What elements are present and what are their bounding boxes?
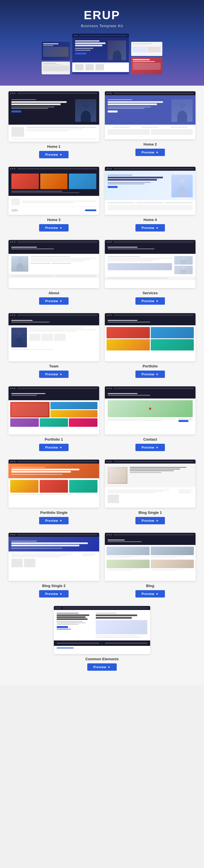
blog-hero [105,537,196,545]
common-content [54,610,150,641]
home3-hero [8,171,99,196]
preview-btn-blog[interactable]: Preview ▼ [135,590,165,597]
preview-btn-about[interactable]: Preview ▼ [39,297,69,305]
about-hero [8,244,99,254]
hero-center-mockup [72,34,129,74]
template-preview-blog-single2 [8,533,99,581]
home4-text [108,175,169,197]
template-preview-home2 [105,91,196,140]
template-card-services: Services Preview ▼ [105,240,196,305]
preview-topbar-portfolio-single [8,460,99,464]
preview-topbar-contact [105,386,196,390]
templates-row-3: About Preview ▼ [8,240,196,305]
app-title: ERUP [6,8,198,22]
preview-arrow: ▼ [156,151,159,154]
template-name-portfolio: Portfolio [143,364,157,368]
preview-topbar-blog-single2 [8,533,99,537]
template-preview-contact [105,386,196,434]
preview-btn-team[interactable]: Preview ▼ [39,371,69,378]
preview-topbar-services [105,240,196,244]
home4-hero [105,171,196,200]
preview-arrow: ▼ [59,153,62,156]
hero-mini-4 [131,57,162,74]
preview-btn-home4[interactable]: Preview ▼ [135,224,165,231]
preview-topbar-blog [105,533,196,537]
hero-header: ERUP Business Template Kit [0,0,204,86]
home2-hero [105,95,196,125]
template-card-portfolio: Portfolio Preview ▼ [105,313,196,378]
template-card-blog-single1: Blog Single 1 Preview ▼ [105,460,196,524]
template-name-team: Team [49,364,59,368]
preview-btn-portfolio[interactable]: Preview ▼ [135,371,165,378]
preview-arrow: ▼ [156,226,159,229]
hero-right-stack [131,42,162,74]
portfolio1-grid [8,400,99,429]
templates-grid: Home 1 Preview ▼ [0,86,204,685]
home1-hero [8,95,99,125]
template-name-blog-single2: Blog Single 2 [42,584,66,588]
preview-btn-portfolio-single[interactable]: Preview ▼ [39,517,69,524]
home1-text [11,99,73,122]
template-preview-blog-single1 [105,460,196,508]
preview-label: Preview [45,373,58,376]
preview-topbar-portfolio1 [8,386,99,390]
template-name-portfolio1: Portfolio 1 [45,437,63,441]
preview-btn-home1[interactable]: Preview ▼ [39,151,69,158]
portfolio-hero [105,317,196,325]
hero-preview-area [6,34,198,74]
template-preview-about [8,240,99,288]
common-dark-bottom [54,641,150,646]
template-preview-blog [105,533,196,581]
template-preview-services [105,240,196,288]
preview-label: Preview [142,373,154,376]
template-name-contact: Contact [143,437,157,441]
home1-white-section [8,125,99,142]
portfolio-single-hero [8,464,99,478]
home2-white-section [105,125,196,137]
preview-btn-common[interactable]: Preview ▼ [87,663,117,671]
template-preview-portfolio1 [8,386,99,434]
preview-btn-home2[interactable]: Preview ▼ [135,149,165,156]
template-name-portfolio-single: Portfolio Single [40,510,68,515]
preview-arrow: ▼ [108,665,110,669]
preview-topbar-team [8,313,99,317]
preview-label: Preview [142,299,154,303]
common-left [57,613,93,638]
services-bottom [105,276,196,280]
hero-mini-1 [42,42,70,60]
services-content [105,254,196,276]
templates-row-2: 100+ Home 3 Preview ▼ [8,167,196,231]
preview-label: Preview [45,226,58,229]
preview-arrow: ▼ [156,519,159,522]
preview-btn-services[interactable]: Preview ▼ [135,297,165,305]
home2-text [108,99,169,122]
preview-topbar-home3 [8,167,99,171]
template-name-about: About [48,291,59,295]
preview-label: Preview [45,299,58,303]
template-name-blog-single1: Blog Single 1 [138,510,162,515]
template-card-contact: Contact Preview ▼ [105,386,196,451]
preview-arrow: ▼ [59,592,62,595]
blog-single2-hero [8,537,99,552]
template-preview-team [8,313,99,361]
blog-single2-content [8,552,99,569]
preview-label: Preview [45,153,58,156]
about-content [8,254,99,274]
preview-topbar-about [8,240,99,244]
home3-white-section: 100+ [8,196,99,214]
team-hero [8,317,99,325]
preview-btn-contact[interactable]: Preview ▼ [135,444,165,451]
preview-btn-home3[interactable]: Preview ▼ [39,224,69,231]
template-card-home4: Home 4 Preview ▼ [105,167,196,231]
preview-label: Preview [142,226,154,229]
preview-topbar-blog-single1 [105,460,196,464]
template-name-home4: Home 4 [144,218,157,222]
preview-btn-portfolio1[interactable]: Preview ▼ [39,444,69,451]
preview-topbar-common [54,606,150,610]
template-card-portfolio-single: Portfolio Single Preview ▼ [8,460,99,524]
portfolio1-hero [8,390,99,400]
home4-white-section [105,200,196,213]
preview-btn-blog-single2[interactable]: Preview ▼ [39,590,69,597]
template-name-home1: Home 1 [47,145,61,149]
preview-btn-blog-single1[interactable]: Preview ▼ [135,517,165,524]
